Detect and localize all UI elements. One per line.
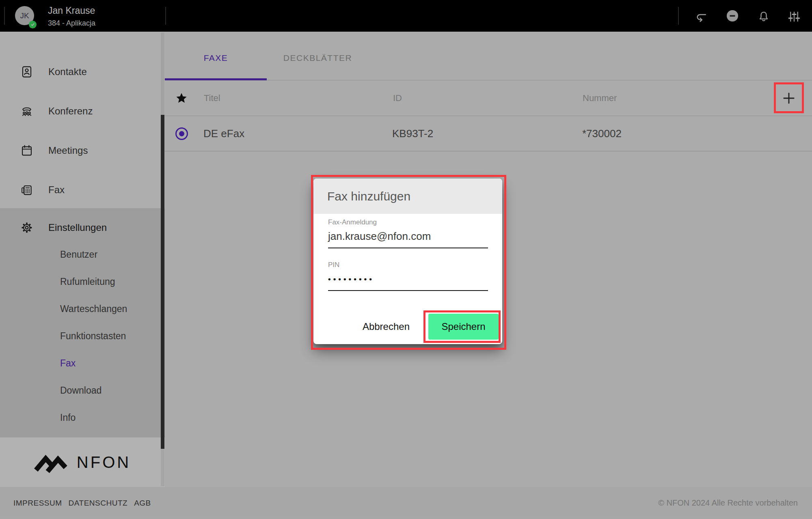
fax-login-input[interactable]: jan.krause@nfon.com [328, 230, 488, 248]
dialog-title: Fax hinzufügen [327, 190, 410, 203]
cancel-button[interactable]: Abbrechen [361, 321, 411, 332]
dialog-header: Fax hinzufügen [313, 179, 502, 214]
fax-login-field: Fax-Anmeldung jan.krause@nfon.com [328, 218, 488, 248]
pin-field: PIN ••••••••• [328, 261, 488, 291]
fax-add-dialog: Fax hinzufügen Fax-Anmeldung jan.krause@… [313, 179, 502, 344]
save-button[interactable]: Speichern [428, 314, 499, 340]
dialog-actions: Abbrechen Speichern [361, 314, 499, 340]
app-window: JK Jan Krause 384 - Aplikacja [0, 0, 812, 519]
fax-login-label: Fax-Anmeldung [328, 218, 488, 226]
pin-label: PIN [328, 261, 488, 269]
pin-input[interactable]: ••••••••• [328, 275, 488, 291]
